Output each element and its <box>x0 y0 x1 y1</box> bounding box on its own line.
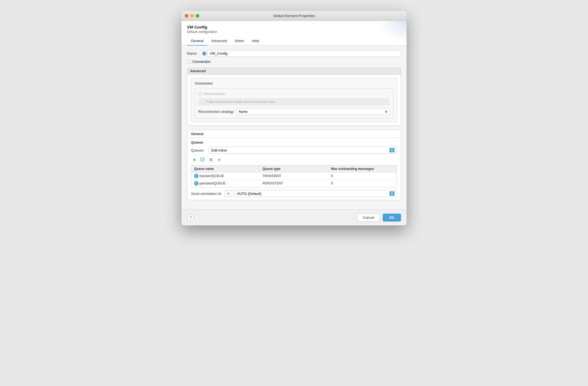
reconnection-label: Reconnection <box>204 92 226 96</box>
tab-general[interactable]: General <box>187 37 207 46</box>
fails-label: Fails deployment when test connection fa… <box>206 100 275 104</box>
cell-queue-name-1: C transientQUEUE <box>191 172 260 180</box>
strategy-arrows <box>385 110 387 113</box>
queues-select-arrows <box>390 148 394 152</box>
corr-arrow-up-icon <box>391 192 393 193</box>
delete-queue-button[interactable]: ✕ <box>208 156 214 163</box>
queues-group-title: Queues <box>191 141 397 144</box>
advanced-tab-label[interactable]: Advanced <box>187 68 401 75</box>
table-row[interactable]: C persistentQUEUE PERSISTENT 0 <box>191 180 397 187</box>
reconnection-row: Reconnection <box>198 92 390 96</box>
info-icon: i <box>202 52 206 55</box>
strategy-select[interactable]: None <box>236 108 390 115</box>
arrow-down-icon <box>385 112 387 113</box>
table-row[interactable]: C transientQUEUE TRANSIENT 0 <box>191 172 397 180</box>
advanced-section-box: Advanced Connection Reconnection Fails d <box>187 68 401 126</box>
fails-row: Fails deployment when test connection fa… <box>198 98 390 105</box>
queues-table: Queue name Queue type Max outstanding me… <box>191 165 397 187</box>
queue-icon-2: C <box>194 181 198 186</box>
window-title: Global Element Properties <box>273 14 315 18</box>
svg-rect-0 <box>201 158 204 161</box>
name-row: Name: i <box>187 50 401 57</box>
correlation-label: Send correlation id: <box>191 192 222 196</box>
connection-group-title: Connection <box>195 82 393 85</box>
main-window: Global Element Properties VM Config Defa… <box>181 11 407 225</box>
connection-row: Connection <box>187 60 401 64</box>
name-label: Name: <box>187 51 201 55</box>
queues-value: Edit inline <box>211 148 227 152</box>
col-max-messages: Max outstanding messages <box>328 166 397 172</box>
general-section: General Queues Queues Edit inline <box>187 130 401 200</box>
settings-queue-button[interactable]: ✦ <box>216 156 222 163</box>
queues-subsection: Queues Queues Edit inline + <box>187 138 401 200</box>
cell-queue-name-2: C persistentQUEUE <box>191 180 260 187</box>
tabs-bar: General Advanced Notes Help <box>187 37 401 45</box>
arrow-up-icon <box>385 110 387 111</box>
close-button[interactable] <box>185 14 188 18</box>
correlation-value: AUTO (Default) <box>237 192 261 196</box>
col-queue-name: Queue name <box>191 166 260 172</box>
traffic-lights <box>185 14 199 18</box>
name-input[interactable] <box>207 50 401 57</box>
reconnection-checkbox <box>198 92 202 96</box>
advanced-section-content: Connection Reconnection Fails deployment… <box>187 75 401 125</box>
table-header: Queue name Queue type Max outstanding me… <box>191 166 397 172</box>
cell-queue-max-2: 0 <box>328 180 397 187</box>
fx-button[interactable]: fx <box>225 190 232 197</box>
queues-row: Queues Edit inline <box>191 147 397 154</box>
minimize-button[interactable] <box>190 14 194 18</box>
general-section-title: General <box>187 130 401 138</box>
queue-name-1: transientQUEUE <box>200 174 224 178</box>
strategy-row: Reconnection strategy None <box>198 108 390 115</box>
vm-config-title: VM Config <box>187 25 401 29</box>
cell-queue-type-1: TRANSIENT <box>260 172 328 180</box>
content-area: Name: i Connection Advanced Connection R… <box>181 46 407 209</box>
queues-label: Queues <box>191 148 206 152</box>
header-section: VM Config Default configuration General … <box>181 21 407 46</box>
cancel-button[interactable]: Cancel <box>357 214 380 222</box>
connection-label: Connection <box>192 60 211 64</box>
title-bar: Global Element Properties <box>181 11 407 21</box>
fails-checkbox <box>201 100 205 104</box>
correlation-select[interactable]: AUTO (Default) <box>234 190 397 197</box>
queues-arrow-down-icon <box>391 150 393 152</box>
strategy-label: Reconnection strategy <box>198 110 234 114</box>
queues-select[interactable]: Edit inline <box>209 147 397 154</box>
cell-queue-type-2: PERSISTENT <box>260 180 328 187</box>
correlation-row: Send correlation id: fx AUTO (Default) <box>191 190 397 197</box>
footer: ? Cancel OK <box>181 209 407 225</box>
add-queue-button[interactable]: + <box>191 156 198 163</box>
vm-config-subtitle: Default configuration <box>187 30 401 34</box>
correlation-select-arrows <box>390 191 394 196</box>
edit-icon <box>200 157 205 162</box>
strategy-value: None <box>239 110 247 114</box>
connection-checkbox[interactable] <box>187 60 191 64</box>
queue-name-2: persistentQUEUE <box>200 181 226 185</box>
cell-queue-max-1: 0 <box>328 172 397 180</box>
help-button[interactable]: ? <box>187 214 194 221</box>
tab-advanced[interactable]: Advanced <box>207 37 231 46</box>
tab-notes[interactable]: Notes <box>231 37 248 46</box>
toolbar-row: + ✕ ✦ <box>191 156 397 163</box>
edit-queue-button[interactable] <box>199 156 206 163</box>
col-queue-type: Queue type <box>260 166 328 172</box>
queue-icon-1: C <box>194 174 198 178</box>
ok-button[interactable]: OK <box>383 214 401 222</box>
corr-arrow-down-icon <box>391 194 393 195</box>
footer-buttons: Cancel OK <box>357 214 401 222</box>
queues-arrow-up-icon <box>391 149 393 150</box>
tab-help[interactable]: Help <box>248 37 263 46</box>
maximize-button[interactable] <box>196 14 199 18</box>
connection-inner-box: Reconnection Fails deployment when test … <box>195 88 393 119</box>
